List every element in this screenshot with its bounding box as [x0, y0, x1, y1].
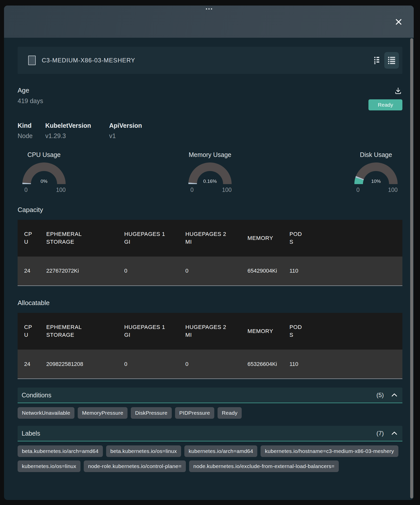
node-title-card: C3-MEDIUM-X86-03-MESHERY	[18, 47, 402, 74]
labels-title: Labels	[22, 430, 40, 437]
allocatable-hugepages-1gi-value: 0	[124, 360, 127, 368]
table-row: 24 209822581208 0 0 65326604Ki 110	[18, 350, 402, 379]
allocatable-col-ephemeral-storage: EPHEMERAL STORAGE	[46, 323, 85, 339]
condition-chip: Ready	[218, 407, 242, 419]
labels-count: (7)	[376, 430, 384, 437]
cpu-usage-percent: 0%	[22, 179, 66, 184]
allocatable-heading: Allocatable	[18, 299, 402, 307]
capacity-table: CPU EPHEMERAL STORAGE HUGEPAGES 1 GI HUG…	[18, 220, 402, 286]
age-block: Age 419 days	[18, 87, 43, 105]
disk-usage-gauge: Disk Usage 10% 0 100	[350, 151, 402, 193]
labels-chip-list: beta.kubernetes.io/arch=amd64 beta.kuber…	[18, 445, 402, 472]
conditions-collapse-button[interactable]	[391, 393, 397, 398]
node-title: C3-MEDIUM-X86-03-MESHERY	[42, 57, 135, 64]
download-button[interactable]	[394, 87, 402, 96]
allocatable-col-pods: PODS	[289, 323, 303, 339]
capacity-header-row: CPU EPHEMERAL STORAGE HUGEPAGES 1 GI HUG…	[18, 220, 402, 257]
condensed-list-view-button[interactable]	[372, 54, 382, 67]
label-chip: kubernetes.io/arch=amd64	[184, 445, 257, 457]
label-chip: node.kubernetes.io/exclude-from-external…	[189, 460, 339, 472]
kubelet-version-value: v1.29.3	[45, 132, 109, 140]
capacity-hugepages-1gi-value: 0	[124, 267, 127, 275]
labels-collapse-button[interactable]	[391, 431, 397, 436]
label-chip: node-role.kubernetes.io/control-plane=	[84, 460, 186, 472]
capacity-col-pods: PODS	[289, 230, 303, 246]
status-badge: Ready	[368, 99, 402, 110]
capacity-col-ephemeral-storage: EPHEMERAL STORAGE	[46, 230, 85, 246]
memory-usage-percent: 0.16%	[188, 179, 232, 184]
list-icon	[388, 56, 396, 65]
close-button[interactable]	[394, 17, 404, 27]
label-chip: beta.kubernetes.io/os=linux	[106, 445, 181, 457]
conditions-title: Conditions	[22, 392, 51, 399]
dialog-content: C3-MEDIUM-X86-03-MESHERY	[4, 38, 414, 500]
allocatable-ephemeral-storage-value: 209822581208	[46, 360, 83, 368]
scrollbar[interactable]	[410, 38, 413, 498]
label-chip: kubernetes.io/os=linux	[18, 460, 80, 472]
capacity-col-hugepages-2mi: HUGEPAGES 2 MI	[185, 230, 228, 246]
memory-gauge-max: 100	[222, 187, 232, 193]
conditions-count: (5)	[376, 392, 384, 399]
disk-gauge-max: 100	[388, 187, 398, 193]
cpu-gauge-min: 0	[24, 187, 28, 193]
node-details-dialog: C3-MEDIUM-X86-03-MESHERY	[4, 6, 414, 500]
node-checkbox[interactable]	[28, 56, 36, 65]
capacity-heading: Capacity	[18, 206, 402, 214]
labels-section-bar: Labels (7)	[18, 426, 402, 441]
capacity-cpu-value: 24	[24, 267, 30, 275]
condition-chip: NetworkUnavailable	[18, 407, 74, 419]
usage-gauges: CPU Usage 0% 0 100 Memory Usage	[18, 151, 402, 193]
allocatable-table: CPU EPHEMERAL STORAGE HUGEPAGES 1 GI HUG…	[18, 313, 402, 379]
api-version-value: v1	[109, 132, 142, 140]
capacity-ephemeral-storage-value: 227672072Ki	[46, 267, 79, 275]
api-version-label: ApiVersion	[109, 122, 142, 129]
capacity-col-hugepages-1gi: HUGEPAGES 1 GI	[124, 230, 166, 246]
cpu-usage-title: CPU Usage	[27, 151, 61, 158]
conditions-chip-list: NetworkUnavailable MemoryPressure DiskPr…	[18, 407, 402, 419]
kind-label: Kind	[18, 122, 45, 129]
cpu-gauge-max: 100	[56, 187, 66, 193]
allocatable-memory-value: 65326604Ki	[247, 360, 277, 368]
memory-usage-title: Memory Usage	[189, 151, 231, 158]
allocatable-col-hugepages-1gi: HUGEPAGES 1 GI	[124, 323, 166, 339]
kind-row: Kind Node KubeletVersion v1.29.3 ApiVers…	[18, 122, 402, 140]
table-row: 24 227672072Ki 0 0 65429004Ki 110	[18, 257, 402, 286]
allocatable-col-memory: MEMORY	[247, 327, 273, 335]
conditions-section-bar: Conditions (5)	[18, 388, 402, 403]
allocatable-col-hugepages-2mi: HUGEPAGES 2 MI	[185, 323, 228, 339]
memory-gauge-min: 0	[190, 187, 194, 193]
allocatable-hugepages-2mi-value: 0	[185, 360, 188, 368]
download-icon	[394, 92, 402, 95]
capacity-col-cpu: CPU	[24, 230, 34, 246]
capacity-memory-value: 65429004Ki	[247, 267, 277, 275]
dialog-drag-header	[4, 6, 414, 38]
label-chip: kubernetes.io/hostname=c3-medium-x86-03-…	[261, 445, 398, 457]
capacity-pods-value: 110	[289, 267, 298, 275]
ellipsis-icon[interactable]	[206, 8, 212, 10]
disk-gauge-min: 0	[356, 187, 360, 193]
chevron-up-icon	[391, 393, 397, 398]
cpu-usage-gauge: CPU Usage 0% 0 100	[18, 151, 70, 193]
kind-value: Node	[18, 132, 45, 140]
allocatable-cpu-value: 24	[24, 360, 30, 368]
kubelet-version-label: KubeletVersion	[45, 122, 109, 129]
age-label: Age	[18, 87, 43, 94]
disk-usage-percent: 10%	[354, 179, 398, 184]
disk-usage-title: Disk Usage	[360, 151, 392, 158]
memory-usage-gauge: Memory Usage 0.16% 0 100	[184, 151, 236, 193]
capacity-col-memory: MEMORY	[247, 234, 273, 242]
condition-chip: MemoryPressure	[78, 407, 128, 419]
allocatable-pods-value: 110	[289, 360, 298, 368]
allocatable-header-row: CPU EPHEMERAL STORAGE HUGEPAGES 1 GI HUG…	[18, 313, 402, 350]
allocatable-col-cpu: CPU	[24, 323, 34, 339]
condensed-list-icon	[374, 56, 380, 65]
condition-chip: DiskPressure	[131, 407, 172, 419]
age-value: 419 days	[18, 97, 43, 105]
label-chip: beta.kubernetes.io/arch=amd64	[18, 445, 103, 457]
close-icon	[395, 23, 403, 27]
list-view-button[interactable]	[384, 52, 399, 69]
chevron-up-icon	[391, 431, 397, 436]
condition-chip: PIDPressure	[175, 407, 214, 419]
capacity-hugepages-2mi-value: 0	[185, 267, 188, 275]
